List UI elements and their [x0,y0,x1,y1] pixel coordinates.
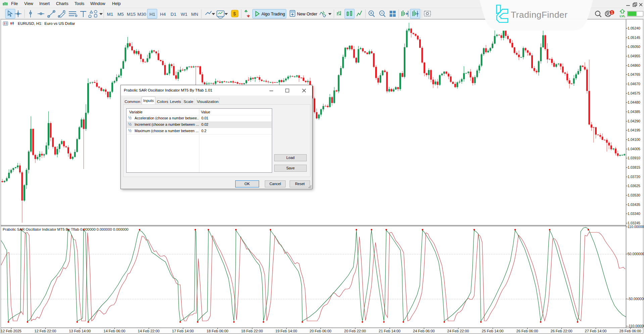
svg-text:LVL: LVL [620,14,625,18]
svg-text:W1: W1 [181,12,187,17]
svg-text:TradingFinder: TradingFinder [511,10,567,20]
svg-text:D1: D1 [170,12,176,17]
svg-text:M1: M1 [107,12,113,17]
svg-text:$: $ [233,11,236,16]
svg-text:M30: M30 [137,12,146,17]
svg-text:New Order: New Order [297,12,317,16]
svg-text:M5: M5 [117,12,124,17]
svg-text:H1: H1 [149,12,155,17]
svg-text:H4: H4 [160,12,166,17]
svg-text:MN: MN [191,12,198,17]
svg-text:1: 1 [611,11,613,14]
svg-text:Algo Trading: Algo Trading [261,12,285,16]
svg-text:M15: M15 [127,12,136,17]
